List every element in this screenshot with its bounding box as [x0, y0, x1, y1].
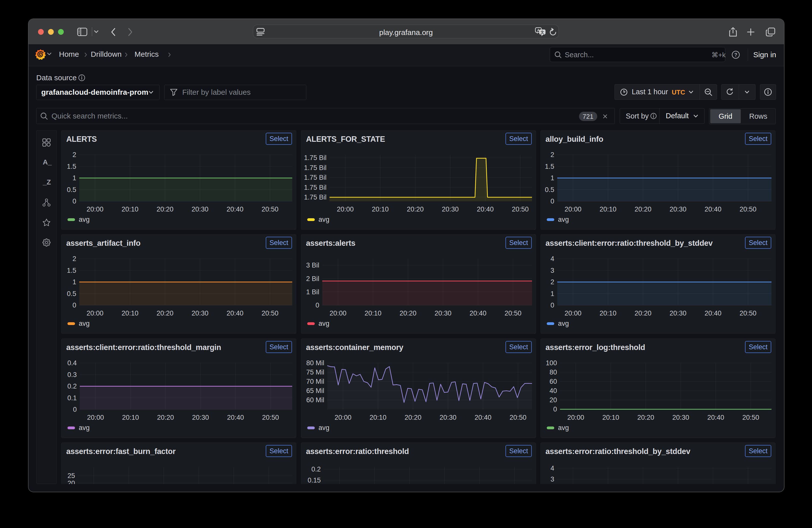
svg-text:1.75 Bil: 1.75 Bil: [304, 174, 327, 181]
svg-text:60: 60: [550, 378, 557, 385]
svg-text:20:50: 20:50: [261, 205, 278, 213]
svg-text:20:40: 20:40: [227, 414, 244, 421]
svg-text:?: ?: [734, 52, 737, 58]
svg-text:2: 2: [551, 278, 554, 286]
svg-text:2 Bil: 2 Bil: [306, 275, 319, 282]
svg-text:0.4: 0.4: [67, 359, 77, 367]
svg-text:20:20: 20:20: [157, 309, 174, 317]
svg-text:0: 0: [551, 302, 554, 309]
svg-text:4: 4: [551, 255, 554, 263]
svg-text:60 Mil: 60 Mil: [306, 396, 324, 404]
svg-text:20:50: 20:50: [740, 205, 756, 213]
svg-text:1: 1: [551, 290, 554, 297]
svg-text:20:00: 20:00: [565, 205, 581, 213]
svg-text:20:20: 20:20: [157, 414, 174, 421]
svg-text:20:20: 20:20: [157, 205, 174, 213]
svg-text:20:00: 20:00: [87, 309, 103, 317]
svg-text:1: 1: [72, 174, 76, 182]
svg-text:20: 20: [550, 396, 557, 404]
svg-text:20:30: 20:30: [191, 205, 208, 213]
svg-text:0.2: 0.2: [67, 382, 77, 390]
svg-text:1: 1: [551, 174, 554, 182]
svg-text:20:10: 20:10: [602, 414, 619, 421]
svg-text:20:00: 20:00: [330, 309, 347, 317]
svg-text:2: 2: [72, 255, 76, 263]
svg-text:75 Mil: 75 Mil: [306, 368, 324, 376]
svg-text:20:10: 20:10: [372, 205, 389, 213]
svg-text:20:30: 20:30: [672, 414, 689, 421]
svg-text:1.5: 1.5: [67, 163, 76, 170]
svg-text:100: 100: [546, 359, 557, 367]
svg-text:20:30: 20:30: [439, 414, 456, 421]
svg-text:20: 20: [68, 480, 75, 484]
svg-text:2: 2: [551, 151, 554, 159]
svg-text:40: 40: [550, 387, 557, 395]
svg-text:文: 文: [540, 30, 544, 34]
svg-text:20:30: 20:30: [191, 309, 208, 317]
svg-text:1.5: 1.5: [67, 267, 76, 274]
svg-text:0.1: 0.1: [67, 394, 77, 402]
svg-text:20:40: 20:40: [705, 205, 722, 213]
svg-text:0.15: 0.15: [307, 476, 321, 484]
svg-text:20:50: 20:50: [261, 309, 278, 317]
svg-text:20:50: 20:50: [505, 309, 522, 317]
svg-text:0: 0: [73, 406, 77, 413]
svg-text:20:20: 20:20: [407, 205, 424, 213]
svg-text:80 Mil: 80 Mil: [306, 359, 324, 367]
svg-text:0.5: 0.5: [67, 186, 76, 193]
svg-text:0: 0: [553, 406, 557, 413]
svg-text:20:10: 20:10: [599, 205, 617, 213]
svg-text:4: 4: [551, 465, 554, 472]
svg-text:20:50: 20:50: [740, 309, 756, 317]
svg-text:20:40: 20:40: [475, 414, 492, 421]
svg-text:0.5: 0.5: [545, 186, 554, 193]
svg-text:20:20: 20:20: [637, 414, 654, 421]
svg-text:20:30: 20:30: [442, 205, 459, 213]
svg-text:20:50: 20:50: [509, 414, 526, 421]
svg-text:65 Mil: 65 Mil: [306, 387, 324, 395]
svg-text:20:20: 20:20: [400, 309, 417, 317]
svg-text:20:00: 20:00: [337, 205, 354, 213]
svg-text:20:30: 20:30: [669, 205, 686, 213]
svg-text:0.3: 0.3: [67, 371, 77, 379]
svg-text:0: 0: [72, 302, 76, 309]
svg-text:20:10: 20:10: [599, 309, 617, 317]
svg-text:2: 2: [72, 151, 76, 159]
svg-text:3: 3: [551, 267, 554, 274]
svg-text:3: 3: [551, 475, 554, 483]
svg-text:20:20: 20:20: [635, 205, 652, 213]
svg-text:20:40: 20:40: [227, 205, 244, 213]
svg-text:20:10: 20:10: [122, 414, 139, 421]
svg-text:0: 0: [551, 197, 554, 205]
svg-text:1: 1: [72, 278, 76, 286]
svg-text:70 Mil: 70 Mil: [306, 378, 324, 385]
svg-text:1 Bil: 1 Bil: [306, 288, 319, 296]
svg-text:20:00: 20:00: [87, 205, 103, 213]
svg-text:20:50: 20:50: [742, 414, 759, 421]
svg-text:20:00: 20:00: [565, 309, 581, 317]
svg-text:20:40: 20:40: [705, 309, 722, 317]
svg-text:20:40: 20:40: [707, 414, 724, 421]
svg-text:0: 0: [72, 197, 76, 205]
svg-text:20:30: 20:30: [669, 309, 686, 317]
svg-text:20:30: 20:30: [435, 309, 451, 317]
svg-text:1.75 Bil: 1.75 Bil: [304, 193, 327, 201]
svg-text:20:30: 20:30: [192, 414, 209, 421]
svg-text:20:20: 20:20: [635, 309, 652, 317]
svg-text:20:00: 20:00: [87, 414, 104, 421]
svg-text:1.75 Bil: 1.75 Bil: [304, 154, 327, 161]
svg-text:20:40: 20:40: [469, 309, 487, 317]
svg-text:25: 25: [68, 472, 75, 480]
svg-text:1.5: 1.5: [545, 163, 554, 170]
svg-text:1.75 Bil: 1.75 Bil: [304, 184, 327, 191]
svg-text:20:40: 20:40: [227, 309, 244, 317]
svg-text:20:00: 20:00: [567, 414, 584, 421]
svg-text:20:50: 20:50: [262, 414, 279, 421]
svg-text:20:10: 20:10: [121, 205, 139, 213]
svg-text:1.75 Bil: 1.75 Bil: [304, 164, 327, 172]
svg-text:20:00: 20:00: [334, 414, 351, 421]
svg-text:0.5: 0.5: [67, 290, 76, 297]
svg-text:3 Bil: 3 Bil: [306, 262, 319, 269]
svg-text:20:10: 20:10: [121, 309, 139, 317]
svg-text:0.2: 0.2: [311, 466, 321, 473]
